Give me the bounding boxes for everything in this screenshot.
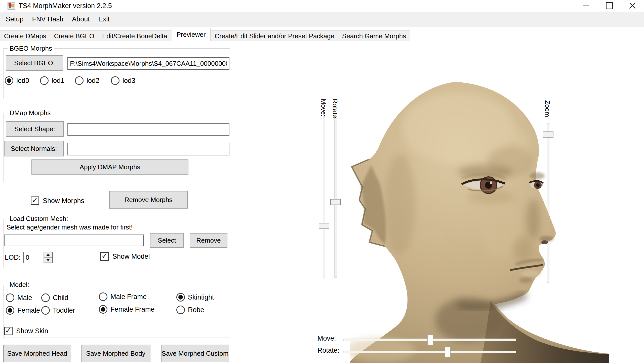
save-morphed-custom-button[interactable]: Save Morphed Custom: [161, 345, 229, 362]
window-title: TS4 MorphMaker version 2.2.5: [19, 0, 112, 12]
arrow-down-icon: [46, 259, 50, 261]
radio-male[interactable]: Male: [6, 293, 32, 302]
bgeo-path-field[interactable]: [67, 57, 229, 70]
radio-male-frame[interactable]: Male Frame: [99, 292, 147, 301]
radio-label: Toddler: [53, 307, 75, 314]
save-morphed-body-button[interactable]: Save Morphed Body: [81, 345, 150, 362]
rotate-horizontal-thumb[interactable]: [445, 347, 451, 357]
checkbox-icon: [31, 196, 39, 205]
radio-circle-icon: [176, 306, 185, 314]
zoom-slider-label: Zoom:: [543, 100, 551, 119]
app-window: TS4 MorphMaker version 2.2.5 Setup FNV H…: [0, 0, 644, 363]
radio-circle-icon: [5, 76, 13, 85]
title-bar: TS4 MorphMaker version 2.2.5: [0, 0, 644, 12]
lod-value-input[interactable]: [24, 252, 44, 263]
close-button[interactable]: [621, 0, 644, 12]
radio-lod1[interactable]: lod1: [40, 76, 64, 85]
rotate-horizontal-track[interactable]: [343, 351, 516, 353]
menu-bar: Setup FNV Hash About Exit: [0, 12, 644, 27]
radio-female[interactable]: Female: [6, 306, 40, 315]
select-bgeo-button[interactable]: Select BGEO:: [6, 55, 63, 71]
radio-label: Robe: [188, 306, 204, 314]
mesh-select-button[interactable]: Select: [150, 233, 184, 248]
checkbox-label: Show Morphs: [43, 197, 84, 205]
custom-mesh-path-field[interactable]: [4, 235, 144, 246]
model-head-render[interactable]: [350, 78, 609, 363]
tab-create-dmaps[interactable]: Create DMaps: [0, 30, 50, 41]
shape-path-field[interactable]: [67, 123, 229, 136]
maximize-icon: [606, 2, 613, 9]
radio-circle-icon: [6, 306, 14, 315]
radio-circle-icon: [41, 306, 50, 315]
load-custom-mesh-label: Load Custom Mesh:: [8, 215, 70, 223]
move-vertical-thumb[interactable]: [319, 223, 329, 229]
radio-circle-icon: [176, 293, 185, 302]
tab-search-game-morphs[interactable]: Search Game Morphs: [338, 30, 410, 41]
menu-fnv-hash[interactable]: FNV Hash: [28, 12, 68, 27]
radio-lod2[interactable]: lod2: [75, 76, 99, 85]
radio-label: Male: [17, 294, 32, 302]
move-horizontal-track[interactable]: [343, 339, 516, 341]
menu-exit[interactable]: Exit: [94, 12, 114, 27]
radio-label: Child: [53, 294, 68, 302]
bgeo-group-label: BGEO Morphs: [8, 45, 54, 52]
show-morphs-checkbox[interactable]: Show Morphs: [31, 196, 84, 205]
dmap-group-label: DMap Morphs: [8, 109, 53, 117]
radio-label: Female: [17, 307, 40, 314]
move-horizontal-thumb[interactable]: [427, 335, 433, 345]
radio-robe[interactable]: Robe: [176, 306, 204, 314]
arrow-up-icon: [46, 254, 50, 256]
minimize-button[interactable]: [575, 0, 598, 12]
menu-setup[interactable]: Setup: [2, 12, 28, 27]
rotate-horizontal-label: Rotate:: [317, 347, 335, 354]
radio-circle-icon: [75, 76, 84, 85]
radio-label: Skintight: [188, 293, 214, 301]
tab-create-bgeo[interactable]: Create BGEO: [50, 30, 98, 41]
remove-morphs-button[interactable]: Remove Morphs: [109, 191, 188, 209]
radio-circle-icon: [111, 76, 119, 85]
load-custom-mesh-group: Load Custom Mesh: Select age/gender mesh…: [3, 219, 230, 268]
tab-create-edit-slider-preset[interactable]: Create/Edit Slider and/or Preset Package: [211, 30, 338, 41]
radio-label: lod1: [52, 77, 64, 85]
lod-label: LOD:: [5, 254, 21, 261]
mesh-age-gender-hint: Select age/gender mesh was made for firs…: [7, 223, 133, 231]
checkbox-icon: [100, 252, 109, 261]
radio-female-frame[interactable]: Female Frame: [99, 305, 155, 314]
checkbox-icon: [4, 327, 13, 335]
mesh-remove-button[interactable]: Remove: [190, 233, 227, 248]
lod-spinner[interactable]: [23, 252, 53, 263]
rotate-vertical-thumb[interactable]: [330, 199, 341, 205]
tab-previewer[interactable]: Previewer: [172, 28, 211, 41]
show-model-checkbox[interactable]: Show Model: [100, 252, 150, 261]
radio-lod0[interactable]: lod0: [5, 76, 29, 85]
radio-skintight[interactable]: Skintight: [176, 293, 214, 302]
tab-edit-create-bonedelta[interactable]: Edit/Create BoneDelta: [98, 30, 171, 41]
model-group-label: Model:: [8, 281, 31, 289]
tab-strip: Create DMaps Create BGEO Edit/Create Bon…: [0, 28, 410, 41]
normals-path-field[interactable]: [67, 143, 229, 155]
model-group: Model: Male Female Child Toddler Male Fr…: [3, 285, 230, 338]
maximize-button[interactable]: [598, 0, 621, 12]
radio-circle-icon: [99, 305, 107, 314]
radio-circle-icon: [41, 293, 50, 302]
checkbox-label: Show Skin: [16, 327, 48, 335]
move-vertical-label: Move:: [319, 99, 327, 117]
select-normals-button[interactable]: Select Normals:: [4, 141, 64, 156]
select-shape-button[interactable]: Select Shape:: [6, 121, 64, 137]
radio-label: lod2: [87, 77, 99, 85]
lod-spin-down-button[interactable]: [44, 257, 52, 263]
radio-circle-icon: [99, 292, 107, 301]
radio-label: lod0: [16, 77, 29, 85]
move-vertical-track[interactable]: [323, 116, 325, 279]
radio-label: lod3: [123, 77, 135, 85]
radio-lod3[interactable]: lod3: [111, 76, 135, 85]
show-skin-checkbox[interactable]: Show Skin: [4, 327, 48, 335]
menu-about[interactable]: About: [68, 12, 94, 27]
apply-dmap-morphs-button[interactable]: Apply DMAP Morphs: [31, 159, 188, 175]
radio-toddler[interactable]: Toddler: [41, 306, 75, 315]
save-morphed-head-button[interactable]: Save Morphed Head: [3, 345, 71, 362]
rotate-vertical-track[interactable]: [334, 116, 337, 278]
radio-circle-icon: [40, 76, 49, 85]
radio-child[interactable]: Child: [41, 293, 68, 302]
lod-spin-up-button[interactable]: [44, 252, 52, 257]
